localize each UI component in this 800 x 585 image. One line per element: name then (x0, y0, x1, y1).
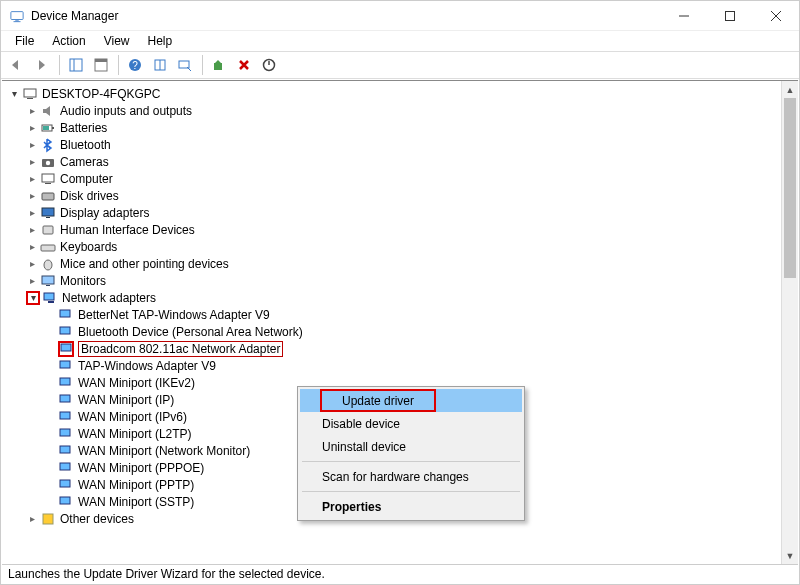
svg-rect-19 (27, 98, 33, 99)
context-uninstall-device[interactable]: Uninstall device (300, 435, 522, 458)
context-properties[interactable]: Properties (300, 495, 522, 518)
svg-rect-37 (60, 310, 70, 317)
chevron-right-icon[interactable]: ▸ (26, 258, 38, 270)
context-update-driver[interactable]: Update driver (300, 389, 522, 412)
chevron-right-icon[interactable]: ▸ (26, 173, 38, 185)
category-label: Monitors (60, 274, 106, 288)
category-label: Display adapters (60, 206, 149, 220)
svg-rect-48 (60, 497, 70, 504)
device-label: WAN Miniport (PPPOE) (78, 461, 204, 475)
network-adapter-icon (58, 494, 74, 510)
minimize-button[interactable] (661, 1, 707, 31)
toolbar: ? (1, 51, 799, 79)
svg-rect-38 (60, 327, 70, 334)
svg-rect-30 (43, 226, 53, 234)
context-disable-device[interactable]: Disable device (300, 412, 522, 435)
svg-rect-28 (42, 208, 54, 216)
category-label: Mice and other pointing devices (60, 257, 229, 271)
category-computer[interactable]: ▸ Computer (8, 170, 781, 187)
window-title: Device Manager (31, 9, 118, 23)
network-adapter-icon (58, 341, 74, 357)
maximize-button[interactable] (707, 1, 753, 31)
show-hide-tree-button[interactable] (64, 54, 88, 76)
category-label: Network adapters (62, 291, 156, 305)
svg-rect-0 (11, 11, 23, 19)
chevron-right-icon[interactable]: ▸ (26, 513, 38, 525)
root-node[interactable]: ▾ DESKTOP-4FQKGPC (8, 85, 781, 102)
uninstall-toolbar-button[interactable] (232, 54, 256, 76)
chevron-down-icon[interactable]: ▾ (26, 291, 40, 305)
svg-text:?: ? (132, 60, 138, 71)
category-network-adapters[interactable]: ▾ Network adapters (8, 289, 781, 306)
category-label: Disk drives (60, 189, 119, 203)
mouse-icon (40, 256, 56, 272)
disable-toolbar-button[interactable] (257, 54, 281, 76)
category-bluetooth[interactable]: ▸ Bluetooth (8, 136, 781, 153)
device-broadcom-selected[interactable]: Broadcom 802.11ac Network Adapter (8, 340, 781, 357)
device-label: Bluetooth Device (Personal Area Network) (78, 325, 303, 339)
chevron-right-icon[interactable]: ▸ (26, 241, 38, 253)
menu-file[interactable]: File (7, 32, 42, 50)
network-adapter-icon (58, 477, 74, 493)
category-mice[interactable]: ▸ Mice and other pointing devices (8, 255, 781, 272)
bluetooth-icon (40, 137, 56, 153)
category-display-adapters[interactable]: ▸ Display adapters (8, 204, 781, 221)
help-button[interactable]: ? (123, 54, 147, 76)
action-button[interactable] (148, 54, 172, 76)
menu-action[interactable]: Action (44, 32, 93, 50)
camera-icon (40, 154, 56, 170)
device-label: WAN Miniport (SSTP) (78, 495, 194, 509)
svg-rect-10 (95, 59, 107, 62)
device-row[interactable]: Bluetooth Device (Personal Area Network) (8, 323, 781, 340)
category-audio[interactable]: ▸ Audio inputs and outputs (8, 102, 781, 119)
category-label: Audio inputs and outputs (60, 104, 192, 118)
chevron-right-icon[interactable]: ▸ (26, 122, 38, 134)
scan-button[interactable] (173, 54, 197, 76)
chevron-right-icon[interactable]: ▸ (26, 156, 38, 168)
scroll-up-button[interactable]: ▲ (782, 81, 798, 98)
device-row[interactable]: TAP-Windows Adapter V9 (8, 357, 781, 374)
other-devices-icon (40, 511, 56, 527)
update-driver-toolbar-button[interactable] (207, 54, 231, 76)
menu-help[interactable]: Help (140, 32, 181, 50)
svg-rect-25 (42, 174, 54, 182)
svg-rect-27 (42, 193, 54, 200)
chevron-right-icon[interactable]: ▸ (26, 275, 38, 287)
category-batteries[interactable]: ▸ Batteries (8, 119, 781, 136)
device-label: BetterNet TAP-Windows Adapter V9 (78, 308, 270, 322)
properties-button[interactable] (89, 54, 113, 76)
chevron-right-icon[interactable]: ▸ (26, 105, 38, 117)
category-cameras[interactable]: ▸ Cameras (8, 153, 781, 170)
chevron-right-icon[interactable]: ▸ (26, 139, 38, 151)
chevron-right-icon[interactable]: ▸ (26, 207, 38, 219)
menu-view[interactable]: View (96, 32, 138, 50)
category-keyboards[interactable]: ▸ Keyboards (8, 238, 781, 255)
scroll-thumb[interactable] (784, 98, 796, 278)
close-button[interactable] (753, 1, 799, 31)
svg-rect-42 (60, 395, 70, 402)
keyboard-icon (40, 239, 56, 255)
category-label: Bluetooth (60, 138, 111, 152)
category-hid[interactable]: ▸ Human Interface Devices (8, 221, 781, 238)
forward-button[interactable] (30, 54, 54, 76)
network-adapter-icon (58, 460, 74, 476)
svg-rect-1 (15, 20, 19, 21)
device-row[interactable]: BetterNet TAP-Windows Adapter V9 (8, 306, 781, 323)
category-label: Keyboards (60, 240, 117, 254)
chevron-right-icon[interactable]: ▸ (26, 190, 38, 202)
svg-rect-21 (52, 127, 54, 129)
svg-rect-46 (60, 463, 70, 470)
category-disk-drives[interactable]: ▸ Disk drives (8, 187, 781, 204)
context-item-label: Update driver (320, 389, 436, 412)
vertical-scrollbar[interactable]: ▲ ▼ (781, 81, 798, 564)
context-scan-hardware[interactable]: Scan for hardware changes (300, 465, 522, 488)
device-label: TAP-Windows Adapter V9 (78, 359, 216, 373)
category-label: Batteries (60, 121, 107, 135)
back-button[interactable] (5, 54, 29, 76)
chevron-right-icon[interactable]: ▸ (26, 224, 38, 236)
category-label: Computer (60, 172, 113, 186)
chevron-down-icon[interactable]: ▾ (8, 88, 20, 100)
category-monitors[interactable]: ▸ Monitors (8, 272, 781, 289)
scroll-down-button[interactable]: ▼ (782, 547, 798, 564)
svg-rect-47 (60, 480, 70, 487)
